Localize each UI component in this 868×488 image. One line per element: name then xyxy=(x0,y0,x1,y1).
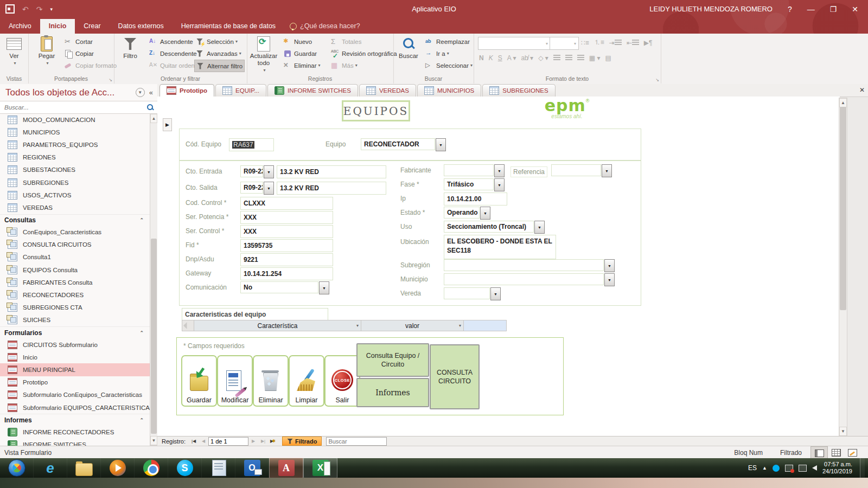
scroll-down-icon[interactable]: ▼ xyxy=(150,436,157,445)
increase-indent-icon[interactable]: ⇤ xyxy=(627,39,639,47)
nav-table-regiones[interactable]: REGIONES xyxy=(0,151,150,164)
nav-form-subformulario-equipos[interactable]: Subformulario EQUIPOS_CARACTERISTICAS xyxy=(0,401,150,414)
nav-table-modo-comunicacion[interactable]: MODO_COMUNICACION xyxy=(0,113,150,126)
nav-form-subformulario-conequipos[interactable]: Subformulario ConEquipos_Caracteristicas xyxy=(0,389,150,401)
nav-query-consulta1[interactable]: Consulta1 xyxy=(0,251,150,264)
col-valor[interactable]: valor▾ xyxy=(361,320,464,331)
scroll-up-icon[interactable]: ▲ xyxy=(839,98,847,107)
nav-report-informe-reconectadores[interactable]: INFORME RECONECTADORES xyxy=(0,426,150,438)
estado-dropdown-button[interactable] xyxy=(480,207,490,220)
scrollbar-thumb[interactable] xyxy=(151,239,157,434)
close-button[interactable]: ✕ xyxy=(852,5,858,14)
nav-table-subestaciones[interactable]: SUBESTACIONES xyxy=(0,164,150,176)
taskbar-access-active[interactable]: A xyxy=(269,458,303,478)
minimize-button[interactable]: — xyxy=(807,5,815,14)
ser-potencia-input[interactable]: XXX xyxy=(240,211,333,224)
nav-report-informe-switches[interactable]: INFORME SWITCHES xyxy=(0,438,150,446)
pegar-button[interactable]: Pegar ▾ xyxy=(33,35,61,67)
first-record-icon[interactable]: |◀ xyxy=(189,437,199,445)
tellme-box[interactable]: ¿Qué desea hacer? xyxy=(284,19,369,34)
taskbar-media-player[interactable] xyxy=(101,458,135,478)
col-dropdown-icon[interactable]: ▾ xyxy=(459,323,461,328)
copiar-button[interactable]: Copiar xyxy=(63,48,95,59)
uso-dropdown-button[interactable] xyxy=(534,221,545,234)
ip-input[interactable]: 10.14.21.00 xyxy=(444,192,507,206)
align-center-icon[interactable] xyxy=(565,54,572,62)
doctab-veredas[interactable]: VEREDAS xyxy=(359,84,416,97)
help-button[interactable]: ? xyxy=(788,5,792,14)
new-record-icon[interactable]: ▶✱ xyxy=(268,437,278,445)
ir-a-button[interactable]: Ir a ▾ xyxy=(424,48,451,59)
fabricante-dropdown-button[interactable] xyxy=(494,164,505,177)
salir-button[interactable]: CLOSE Salir xyxy=(324,355,360,407)
taskbar-outlook[interactable]: O xyxy=(235,458,269,478)
consulta-circuito-button[interactable]: CONSULTA CIRCUITO xyxy=(430,344,480,409)
doctab-municipios[interactable]: MUNICIPIOS xyxy=(417,84,481,97)
paragraph-direction-icon[interactable]: ▶¶ xyxy=(644,39,653,47)
cto-salida-desc-input[interactable]: 13.2 KV RED xyxy=(277,182,386,195)
descendente-button[interactable]: Descendente xyxy=(148,48,199,59)
nav-section-informes[interactable]: Informes⌃ xyxy=(0,414,150,426)
datasheet-view-button[interactable] xyxy=(828,446,844,459)
nuevo-button[interactable]: Nuevo xyxy=(282,36,314,47)
font-color-button[interactable]: A ▾ xyxy=(507,54,516,62)
comunicacion-dropdown-button[interactable] xyxy=(319,281,329,294)
subregion-dropdown-button[interactable] xyxy=(604,259,615,272)
actualizar-button[interactable]: Actualizar todo ▾ xyxy=(248,35,279,74)
seleccion-button[interactable]: Selección ▾ xyxy=(194,36,239,47)
referencia-combo[interactable] xyxy=(551,164,612,176)
nav-section-formularios[interactable]: Formularios⌃ xyxy=(0,326,150,338)
tab-inicio[interactable]: Inicio xyxy=(40,19,75,34)
totales-button[interactable]: Totales xyxy=(329,36,363,47)
cto-entrada-dropdown-button[interactable] xyxy=(264,165,274,178)
nav-table-usos-activos[interactable]: USOS_ACTIVOS xyxy=(0,189,150,201)
datasheet-select-all[interactable] xyxy=(182,320,194,331)
bullets-icon[interactable]: ∷≡ xyxy=(581,39,589,47)
nav-table-subregiones[interactable]: SUBREGIONES xyxy=(0,176,150,189)
bold-button[interactable]: N xyxy=(479,54,484,62)
taskbar-excel-active[interactable]: X xyxy=(303,458,337,478)
buscar-button[interactable]: Buscar xyxy=(394,35,423,60)
nav-pane-header[interactable]: Todos los objetos de Acc... ▼ « xyxy=(0,84,157,101)
nav-search-icon[interactable] xyxy=(146,104,154,111)
nav-table-municipios[interactable]: MUNICIPIOS xyxy=(0,126,150,138)
informes-button[interactable]: Informes xyxy=(356,378,429,407)
tray-network-icon[interactable] xyxy=(799,465,807,472)
taskbar-notepad[interactable] xyxy=(202,458,235,478)
ser-control-input[interactable]: XXX xyxy=(240,225,333,238)
align-left-icon[interactable] xyxy=(553,54,560,62)
alternar-filtro-button[interactable]: Alternar filtro xyxy=(194,60,245,72)
comunicacion-combo[interactable]: No xyxy=(240,281,329,293)
filtro-button[interactable]: Filtro xyxy=(116,35,144,60)
tray-display-icon[interactable] xyxy=(785,465,793,472)
guardar-ribbon-button[interactable]: Guardar xyxy=(282,48,318,59)
cto-entrada-combo[interactable]: R09-22 xyxy=(240,165,274,177)
gateway-input[interactable]: 10.14.21.254 xyxy=(240,267,333,280)
cod-control-input[interactable]: CLXXX xyxy=(240,197,333,210)
gridlines-button[interactable]: ▦ ▾ xyxy=(589,54,601,62)
nav-form-inicio[interactable]: Inicio xyxy=(0,351,150,363)
font-name-combo[interactable]: ▾ xyxy=(478,37,551,50)
nav-form-prototipo[interactable]: Prototipo xyxy=(0,376,150,389)
font-size-combo[interactable]: ▾ xyxy=(550,37,579,50)
referencia-dropdown-button[interactable] xyxy=(602,164,612,177)
taskbar-internet-explorer[interactable]: e xyxy=(34,458,67,478)
nav-query-fabricantes-consulta[interactable]: FABRICANTES Consulta xyxy=(0,276,150,288)
subregion-combo[interactable] xyxy=(444,259,615,271)
tab-datos-externos[interactable]: Datos externos xyxy=(110,19,173,34)
form-scrollbar[interactable]: ▲ ▼ xyxy=(839,98,847,436)
cortar-button[interactable]: Cortar xyxy=(63,36,94,47)
fase-combo[interactable]: Trifásico xyxy=(444,178,505,190)
consulta-equipo-button[interactable]: Consulta Equipo / Circuito xyxy=(356,343,429,377)
nav-query-consulta-circuitos[interactable]: CONSULTA CIRCUITOS xyxy=(0,239,150,251)
show-desktop-button[interactable] xyxy=(860,458,865,478)
scrollbar-thumb[interactable] xyxy=(840,107,846,310)
fid-input[interactable]: 13595735 xyxy=(240,239,333,252)
nav-query-equipos-consulta[interactable]: EQUIPOS Consulta xyxy=(0,264,150,276)
numbering-icon[interactable]: ⒈≡ xyxy=(594,38,604,47)
taskbar-file-explorer[interactable] xyxy=(67,458,101,478)
vereda-combo[interactable] xyxy=(444,287,501,299)
cto-entrada-desc-input[interactable]: 13.2 KV RED xyxy=(277,165,386,178)
nav-pane-scrollbar[interactable]: ▲ ▼ xyxy=(150,113,158,446)
guardar-button[interactable]: Guardar xyxy=(181,355,217,407)
